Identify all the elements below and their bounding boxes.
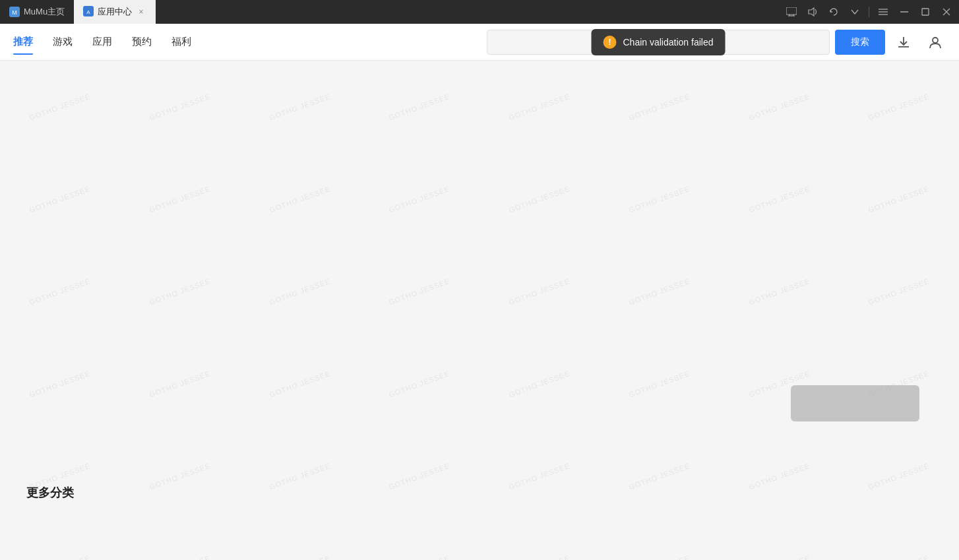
watermark-cell: GOTHO JESSEE [600, 153, 720, 245]
watermark-cell: GOTHO JESSEE [120, 153, 240, 245]
watermark-cell: GOTHO JESSEE [600, 522, 720, 560]
watermark-cell: GOTHO JESSEE [839, 522, 959, 560]
tab-home[interactable]: M MuMu主页 [0, 0, 74, 24]
chevron-down-button[interactable] [845, 2, 865, 22]
watermark-cell: GOTHO JESSEE [120, 61, 240, 153]
watermark-cell: GOTHO JESSEE [359, 61, 480, 153]
watermark-cell: GOTHO JESSEE [120, 522, 240, 560]
watermark-cell: GOTHO JESSEE [839, 245, 959, 338]
monitor-button[interactable] [782, 2, 801, 22]
watermark-cell: GOTHO JESSEE [0, 61, 120, 153]
watermark-cell: GOTHO JESSEE [480, 245, 600, 338]
restore-button[interactable] [915, 2, 935, 22]
watermark-cell: GOTHO JESSEE [480, 153, 600, 245]
watermark-cell: GOTHO JESSEE [839, 61, 959, 153]
svg-text:M: M [12, 9, 17, 16]
nav-right [893, 32, 946, 53]
watermark-cell: GOTHO JESSEE [120, 245, 240, 338]
error-toast-message: Chain validation failed [623, 37, 714, 47]
titlebar-controls [782, 2, 959, 22]
volume-button[interactable] [803, 2, 822, 22]
close-button[interactable] [937, 2, 956, 22]
tab-apps[interactable]: 应用 [92, 32, 112, 52]
watermark-cell: GOTHO JESSEE [480, 522, 600, 560]
watermark-cell: GOTHO JESSEE [0, 338, 120, 430]
watermark-cell: GOTHO JESSEE [0, 245, 120, 338]
titlebar-divider [869, 7, 869, 17]
search-input-wrap: ! Chain validation failed [487, 30, 830, 55]
svg-rect-13 [922, 9, 929, 15]
watermark-cell: GOTHO JESSEE [480, 61, 600, 153]
watermark-cell: GOTHO JESSEE [120, 338, 240, 430]
watermark-cell: GOTHO JESSEE [240, 153, 360, 245]
menu-button[interactable] [873, 2, 893, 22]
placeholder-card [791, 385, 919, 421]
watermark-cell: GOTHO JESSEE [240, 61, 360, 153]
minimize-button[interactable] [894, 2, 914, 22]
watermark-cell: GOTHO JESSEE [720, 153, 840, 245]
watermark-cell: GOTHO JESSEE [600, 245, 720, 338]
title-bar: M MuMu主页 A 应用中心 × [0, 0, 959, 24]
tab-reserve[interactable]: 预约 [132, 32, 152, 52]
watermark-cell: GOTHO JESSEE [240, 338, 360, 430]
error-toast: ! Chain validation failed [592, 29, 726, 55]
tab-welfare[interactable]: 福利 [171, 32, 191, 52]
content-area: GOTHO JESSEEGOTHO JESSEEGOTHO JESSEEGOTH… [0, 61, 959, 560]
tab-app-center[interactable]: A 应用中心 × [74, 0, 156, 24]
search-button[interactable]: 搜索 [835, 30, 885, 55]
home-tab-label: MuMu主页 [24, 6, 65, 18]
watermark-cell: GOTHO JESSEE [600, 338, 720, 430]
watermark-cell: GOTHO JESSEE [839, 430, 959, 522]
watermark-cell: GOTHO JESSEE [600, 61, 720, 153]
watermark-cell: GOTHO JESSEE [720, 245, 840, 338]
error-icon: ! [603, 36, 617, 49]
app-center-tab-label: 应用中心 [98, 6, 132, 18]
watermark-cell: GOTHO JESSEE [600, 430, 720, 522]
watermark-cell: GOTHO JESSEE [0, 522, 120, 560]
watermark-cell: GOTHO JESSEE [359, 245, 480, 338]
tab-close-button[interactable]: × [136, 7, 146, 17]
watermark-grid: GOTHO JESSEEGOTHO JESSEEGOTHO JESSEEGOTH… [0, 61, 959, 560]
home-tab-icon: M [9, 7, 20, 17]
svg-point-18 [933, 38, 938, 43]
watermark-cell: GOTHO JESSEE [480, 338, 600, 430]
more-categories-label: 更多分类 [26, 485, 74, 501]
watermark-cell: GOTHO JESSEE [480, 430, 600, 522]
tab-games[interactable]: 游戏 [53, 32, 73, 52]
watermark-cell: GOTHO JESSEE [240, 430, 360, 522]
app-center-tab-icon: A [83, 6, 94, 18]
watermark-cell: GOTHO JESSEE [359, 338, 480, 430]
app-body: 推荐 游戏 应用 预约 福利 ! Chain va [0, 24, 959, 560]
watermark-cell: GOTHO JESSEE [359, 522, 480, 560]
download-button[interactable] [893, 32, 914, 53]
watermark-cell: GOTHO JESSEE [359, 153, 480, 245]
watermark-cell: GOTHO JESSEE [0, 430, 120, 522]
watermark-cell: GOTHO JESSEE [839, 153, 959, 245]
watermark-cell: GOTHO JESSEE [120, 430, 240, 522]
watermark-cell: GOTHO JESSEE [240, 245, 360, 338]
search-area: ! Chain validation failed 搜索 [487, 30, 885, 55]
nav-bar: 推荐 游戏 应用 预约 福利 ! Chain va [0, 24, 959, 61]
watermark-cell: GOTHO JESSEE [720, 522, 840, 560]
watermark-cell: GOTHO JESSEE [720, 430, 840, 522]
undo-button[interactable] [824, 2, 844, 22]
watermark-cell: GOTHO JESSEE [240, 522, 360, 560]
user-button[interactable] [925, 32, 946, 53]
watermark-cell: GOTHO JESSEE [720, 61, 840, 153]
svg-marker-8 [809, 8, 814, 16]
watermark-cell: GOTHO JESSEE [0, 153, 120, 245]
svg-text:A: A [86, 9, 90, 15]
svg-rect-4 [786, 7, 797, 15]
tab-recommend[interactable]: 推荐 [13, 32, 33, 52]
nav-tabs: 推荐 游戏 应用 预约 福利 [13, 32, 487, 52]
watermark-cell: GOTHO JESSEE [359, 430, 480, 522]
